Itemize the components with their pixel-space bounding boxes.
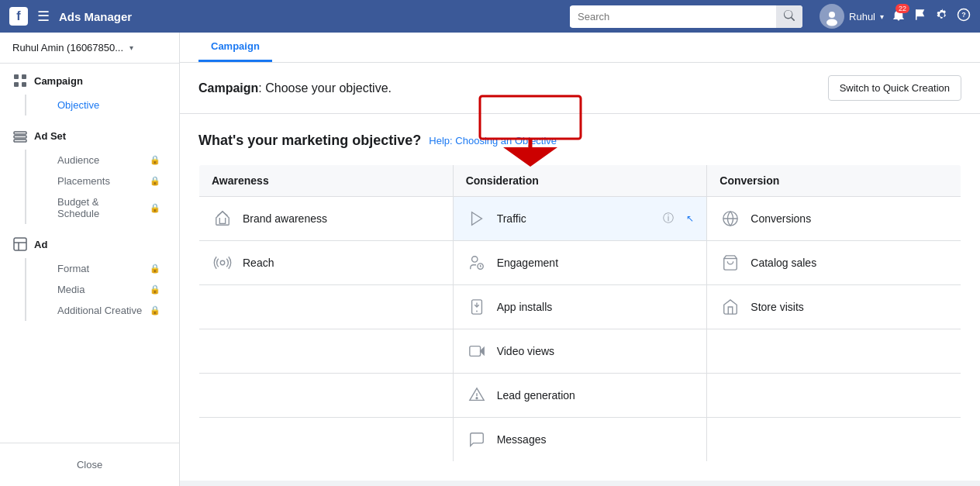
svg-rect-26 [469, 346, 480, 357]
table-with-arrow: Awareness Consideration Conversion [198, 164, 961, 462]
budget-lock-icon: 🔒 [150, 203, 160, 213]
help-icon[interactable]: ? [957, 8, 971, 25]
svg-point-30 [476, 398, 478, 399]
search-input[interactable] [570, 6, 776, 27]
sidebar-footer: Close [0, 443, 179, 486]
close-button[interactable]: Close [12, 453, 167, 477]
table-header: Awareness Consideration Conversion [199, 165, 961, 197]
cell-engagement[interactable]: Engagement [453, 241, 707, 285]
sidebar-ad-section: Ad Format 🔒 Media 🔒 Additional Creative … [0, 227, 179, 324]
flag-icon[interactable] [913, 8, 927, 25]
hamburger-icon[interactable]: ☰ [37, 8, 50, 25]
cell-catalog-sales[interactable]: Catalog sales [707, 241, 961, 285]
svg-rect-12 [14, 238, 26, 250]
adset-section-header: Ad Set [12, 128, 167, 143]
cell-traffic[interactable]: Traffic ⓘ ↖ [453, 197, 707, 241]
cell-empty-6 [199, 418, 454, 462]
traffic-label: Traffic [497, 212, 526, 225]
cell-video-views[interactable]: Video views [453, 329, 707, 374]
svg-text:?: ? [961, 11, 966, 19]
audience-lock-icon: 🔒 [150, 155, 160, 165]
campaign-title: Campaign: Choose your objective. [198, 81, 392, 95]
audience-label: Audience [57, 154, 99, 166]
sidebar-item-budget[interactable]: Budget & Schedule 🔒 [36, 191, 167, 224]
account-selector[interactable]: Ruhul Amin (16067850... ▾ [0, 33, 179, 64]
help-link[interactable]: Help: Choosing an Objective [429, 135, 557, 146]
engagement-label: Engagement [497, 257, 558, 269]
sidebar-item-media[interactable]: Media 🔒 [36, 279, 167, 300]
svg-rect-6 [22, 74, 26, 79]
ad-tree: Format 🔒 Media 🔒 Additional Creative 🔒 [25, 258, 167, 321]
campaign-section-icon [12, 73, 28, 88]
sidebar: Ruhul Amin (16067850... ▾ Campaign Objec… [0, 33, 180, 486]
account-caret-icon: ▾ [129, 43, 133, 52]
objective-question-row: What's your marketing objective? Help: C… [198, 133, 961, 149]
search-button[interactable] [776, 5, 802, 28]
conversions-icon [719, 208, 741, 229]
reach-icon [212, 252, 233, 274]
avatar[interactable] [820, 4, 844, 29]
svg-rect-9 [14, 132, 26, 134]
app-installs-label: App installs [497, 301, 553, 313]
sidebar-item-placements[interactable]: Placements 🔒 [36, 171, 167, 191]
cell-lead-generation[interactable]: Lead generation [453, 374, 707, 418]
campaign-header: Campaign: Choose your objective. Switch … [180, 63, 980, 114]
sidebar-item-objective[interactable]: Objective [36, 95, 167, 115]
app-title: Ads Manager [59, 10, 132, 23]
cell-messages[interactable]: Messages [453, 418, 707, 462]
cell-empty-7 [707, 418, 961, 462]
brand-awareness-label: Brand awareness [243, 212, 327, 225]
traffic-info-icon[interactable]: ⓘ [663, 212, 674, 226]
campaign-label: Campaign [198, 81, 258, 95]
cell-brand-awareness[interactable]: Brand awareness [199, 197, 454, 241]
notifications-icon[interactable]: 22 [892, 8, 906, 25]
account-name: Ruhul Amin (16067850... [12, 42, 123, 53]
campaign-subtitle: Choose your objective. [265, 81, 392, 95]
messages-icon [466, 429, 488, 450]
main-content: Campaign Campaign: Choose your objective… [180, 33, 980, 486]
catalog-sales-icon [719, 252, 741, 274]
objective-question-title: What's your marketing objective? [198, 133, 421, 149]
adset-tree: Audience 🔒 Placements 🔒 Budget & Schedul… [25, 150, 167, 224]
consideration-column-header: Consideration [453, 165, 707, 197]
cell-empty-1 [199, 285, 454, 329]
username-caret-icon[interactable]: ▾ [880, 12, 884, 21]
objective-label: Objective [57, 99, 99, 111]
cell-conversions[interactable]: Conversions [707, 197, 961, 241]
adset-section-icon [12, 128, 28, 143]
tab-campaign[interactable]: Campaign [198, 33, 272, 62]
media-label: Media [57, 284, 85, 295]
adset-section-title: Ad Set [34, 130, 66, 142]
campaign-section-title: Campaign [34, 75, 83, 87]
conversions-label: Conversions [751, 212, 811, 225]
svg-point-1 [826, 19, 837, 26]
messages-label: Messages [497, 433, 547, 446]
sidebar-item-format[interactable]: Format 🔒 [36, 258, 167, 279]
sidebar-campaign-section: Campaign Objective [0, 64, 179, 119]
top-navigation: f ☰ Ads Manager Ruhul ▾ 22 ? [0, 0, 980, 33]
sidebar-item-audience[interactable]: Audience 🔒 [36, 150, 167, 171]
cell-reach[interactable]: Reach [199, 241, 454, 285]
format-lock-icon: 🔒 [150, 264, 160, 274]
cell-empty-5 [707, 374, 961, 418]
ad-section-icon [12, 236, 28, 252]
objective-table: Awareness Consideration Conversion [198, 164, 961, 462]
table-row: Messages [199, 418, 961, 462]
traffic-icon [466, 208, 488, 229]
sidebar-adset-section: Ad Set Audience 🔒 Placements 🔒 Budget & … [0, 119, 179, 227]
cell-app-installs[interactable]: App installs [453, 285, 707, 329]
settings-icon[interactable] [935, 8, 949, 25]
lead-generation-label: Lead generation [497, 389, 575, 402]
lead-generation-icon [466, 384, 488, 406]
sidebar-item-creative[interactable]: Additional Creative 🔒 [36, 300, 167, 321]
cell-store-visits[interactable]: Store visits [707, 285, 961, 329]
cursor-indicator: ↖ [686, 213, 694, 224]
brand-awareness-icon [212, 208, 233, 229]
search-bar[interactable] [570, 5, 802, 28]
svg-rect-8 [22, 82, 26, 87]
table-row: Video views [199, 329, 961, 374]
video-views-label: Video views [497, 345, 554, 357]
switch-to-quick-creation-button[interactable]: Switch to Quick Creation [828, 75, 961, 101]
svg-point-20 [471, 257, 477, 262]
cell-empty-2 [199, 329, 454, 374]
